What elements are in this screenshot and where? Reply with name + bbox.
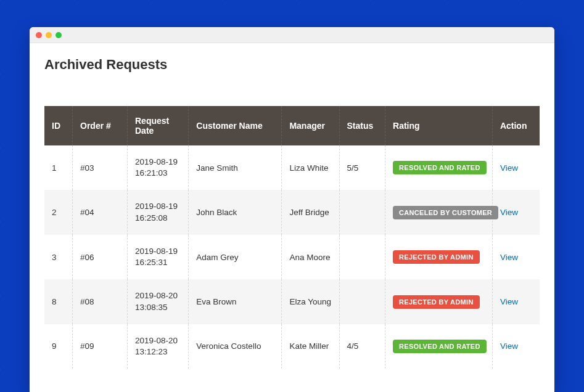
table-body: 1#032019-08-1916:21:03Jane SmithLiza Whi… xyxy=(44,145,540,369)
table-row: 3#062019-08-1916:25:31Adam GreyAna Moore… xyxy=(44,235,540,279)
window-titlebar xyxy=(30,27,554,43)
table-row: 8#082019-08-2013:08:35Eva BrownElza Youn… xyxy=(44,279,540,324)
requests-table: ID Order # Request Date Customer Name Ma… xyxy=(44,106,540,369)
cell-action: View xyxy=(492,324,540,369)
cell-order: #04 xyxy=(73,190,128,234)
cell-rating: REJECTED BY ADMIN xyxy=(385,235,493,279)
date-line-1: 2019-08-19 xyxy=(135,201,181,212)
cell-customer: Eva Brown xyxy=(189,279,282,324)
view-link[interactable]: View xyxy=(500,208,518,217)
cell-date: 2019-08-2013:08:35 xyxy=(128,279,189,324)
cell-order: #09 xyxy=(73,324,128,369)
table-header: ID Order # Request Date Customer Name Ma… xyxy=(44,106,540,145)
cell-status xyxy=(339,190,385,234)
cell-order: #08 xyxy=(73,279,128,324)
cell-rating: REJECTED BY ADMIN xyxy=(385,279,493,324)
cell-action: View xyxy=(492,235,540,279)
page-content: Archived Requests ID Order # Request Dat… xyxy=(30,43,554,369)
cell-action: View xyxy=(492,279,540,324)
date-line-2: 13:12:23 xyxy=(135,346,181,357)
cell-manager: Ana Moore xyxy=(282,235,339,279)
col-rating[interactable]: Rating xyxy=(385,106,493,145)
cell-date: 2019-08-1916:21:03 xyxy=(128,145,189,190)
cell-date: 2019-08-1916:25:08 xyxy=(128,190,189,234)
table-row: 1#032019-08-1916:21:03Jane SmithLiza Whi… xyxy=(44,145,540,190)
cell-id: 2 xyxy=(44,190,73,234)
cell-action: View xyxy=(492,190,540,234)
cell-status xyxy=(339,279,385,324)
cell-status xyxy=(339,235,385,279)
date-line-1: 2019-08-20 xyxy=(135,335,181,346)
date-line-2: 16:25:31 xyxy=(135,257,181,268)
cell-id: 9 xyxy=(44,324,73,369)
date-line-1: 2019-08-19 xyxy=(135,246,181,257)
cell-manager: Jeff Bridge xyxy=(282,190,339,234)
view-link[interactable]: View xyxy=(500,253,518,262)
cell-order: #03 xyxy=(73,145,128,190)
cell-status: 4/5 xyxy=(339,324,385,369)
window-maximize-dot[interactable] xyxy=(56,32,62,38)
cell-id: 1 xyxy=(44,145,73,190)
date-line-2: 13:08:35 xyxy=(135,302,181,313)
cell-id: 3 xyxy=(44,235,73,279)
date-line-1: 2019-08-20 xyxy=(135,290,181,301)
date-line-2: 16:25:08 xyxy=(135,213,181,224)
date-line-1: 2019-08-19 xyxy=(135,157,181,168)
status-badge: REJECTED BY ADMIN xyxy=(393,250,480,264)
window-close-dot[interactable] xyxy=(36,32,42,38)
col-manager[interactable]: Manager xyxy=(282,106,339,145)
date-line-2: 16:21:03 xyxy=(135,168,181,179)
cell-customer: Veronica Costello xyxy=(189,324,282,369)
cell-date: 2019-08-1916:25:31 xyxy=(128,235,189,279)
col-action[interactable]: Action xyxy=(492,106,540,145)
cell-customer: John Black xyxy=(189,190,282,234)
cell-date: 2019-08-2013:12:23 xyxy=(128,324,189,369)
view-link[interactable]: View xyxy=(500,341,518,351)
window-minimize-dot[interactable] xyxy=(46,32,52,38)
col-status[interactable]: Status xyxy=(339,106,385,145)
app-window: Archived Requests ID Order # Request Dat… xyxy=(30,27,554,392)
col-customer[interactable]: Customer Name xyxy=(189,106,282,145)
status-badge: RESOLVED AND RATED xyxy=(393,161,487,174)
table-row: 2#042019-08-1916:25:08John BlackJeff Bri… xyxy=(44,190,540,234)
table-row: 9#092019-08-2013:12:23Veronica CostelloK… xyxy=(44,324,540,369)
cell-rating: RESOLVED AND RATED xyxy=(385,324,493,369)
page-title: Archived Requests xyxy=(44,57,540,73)
cell-order: #06 xyxy=(73,235,128,279)
cell-customer: Jane Smith xyxy=(189,145,282,190)
view-link[interactable]: View xyxy=(500,163,518,173)
cell-manager: Elza Young xyxy=(282,279,339,324)
col-id[interactable]: ID xyxy=(44,106,73,145)
status-badge: RESOLVED AND RATED xyxy=(393,340,487,353)
cell-id: 8 xyxy=(44,279,73,324)
cell-rating: RESOLVED AND RATED xyxy=(385,145,493,190)
cell-manager: Kate Miller xyxy=(282,324,339,369)
cell-action: View xyxy=(492,145,540,190)
view-link[interactable]: View xyxy=(500,297,518,306)
cell-customer: Adam Grey xyxy=(189,235,282,279)
col-order[interactable]: Order # xyxy=(73,106,128,145)
col-date[interactable]: Request Date xyxy=(128,106,189,145)
status-badge: CANCELED BY CUSTOMER xyxy=(393,206,498,219)
cell-rating: CANCELED BY CUSTOMER xyxy=(385,190,493,234)
status-badge: REJECTED BY ADMIN xyxy=(393,295,480,309)
cell-manager: Liza White xyxy=(282,145,339,190)
cell-status: 5/5 xyxy=(339,145,385,190)
